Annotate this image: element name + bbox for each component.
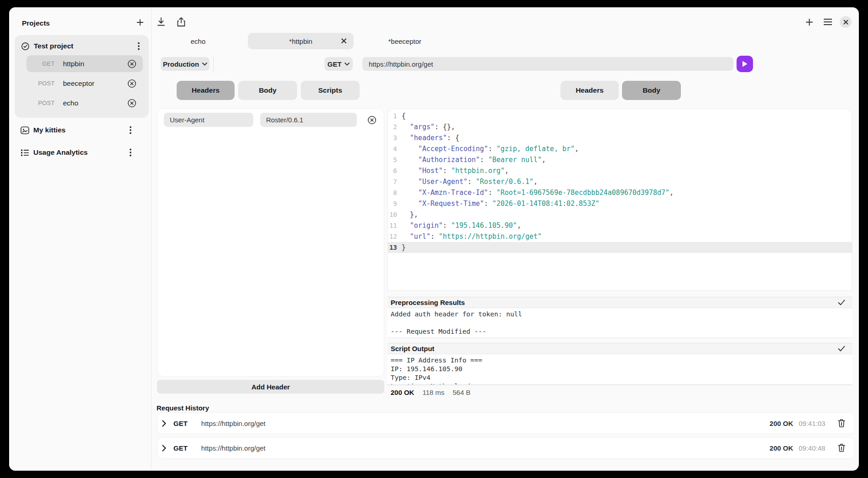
response-body-viewer[interactable]: 1{2 "args": {},3 "headers": {4 "Accept-E… [387,109,852,291]
line-number: 3 [388,134,402,142]
kitties-menu-button[interactable] [126,125,135,135]
code-line-3: 3 "headers": { [388,132,852,143]
line-number: 6 [388,167,402,174]
code-line-9: 9 "X-Request-Time": "2026-01-14T08:41:02… [388,198,852,209]
code-text: { [402,112,406,120]
code-text: "url": "https://httpbin.org/get" [402,232,542,241]
remove-header-button[interactable] [367,116,376,125]
section-title: Preprocessing Results [391,299,465,306]
menu-button[interactable] [822,16,834,28]
close-tab-button[interactable] [341,38,347,44]
tab-response-headers[interactable]: Headers [560,81,619,100]
history-status: 200 OK [769,420,793,427]
header-key-value: User-Agent [170,116,204,124]
history-row[interactable]: GET https://httpbin.org/get 200 OK 09:41… [157,412,855,434]
tab-label: Scripts [318,86,342,95]
code-line-12: 12 "url": "https://httpbin.org/get" [388,231,852,242]
add-header-button[interactable]: Add Header [157,380,384,394]
chevron-right-icon[interactable] [162,420,169,427]
add-header-label: Add Header [251,383,290,391]
sidebar-item-my-kitties[interactable]: My kitties [15,123,146,137]
method-value: GET [328,60,342,68]
line-number: 11 [388,222,402,229]
tab-echo[interactable]: echo [175,33,221,49]
line-number: 13 [388,244,402,251]
output-line: IP: 195.146.105.90 [391,365,852,373]
request-name: echo [63,99,78,107]
history-method: GET [173,420,188,427]
delete-history-button[interactable] [838,419,845,427]
url-input[interactable]: https://httpbin.org/get [362,57,733,71]
plus-icon [136,18,144,26]
remove-request-button[interactable] [127,99,136,108]
chevron-down-icon [345,63,350,66]
send-request-button[interactable] [737,56,753,72]
method-dropdown[interactable]: GET [324,57,353,71]
header-value-input[interactable]: Roster/0.6.1 [260,113,357,127]
history-time: 09:41:03 [799,420,827,427]
line-number: 10 [388,211,402,218]
share-button[interactable] [175,16,187,28]
history-method: GET [173,444,188,452]
sidebar-item-label: My kitties [33,126,66,134]
project-group: Test project GET httpbin POS [15,35,149,118]
download-button[interactable] [155,16,167,28]
project-menu-button[interactable] [135,41,143,51]
output-line [391,319,852,327]
trash-icon [838,444,845,452]
add-project-button[interactable] [134,16,146,28]
line-number: 7 [388,178,402,185]
download-icon [157,17,166,27]
code-text: "origin": "195.146.105.90", [402,221,521,230]
tab-request-scripts[interactable]: Scripts [301,81,360,100]
chevron-right-icon[interactable] [162,445,169,452]
history-url: https://httpbin.org/get [201,444,266,452]
remove-request-button[interactable] [127,59,136,68]
remove-request-button[interactable] [127,79,136,88]
status-time: 118 ms [423,389,444,396]
tab-httpbin-active[interactable]: *httpbin [248,33,354,49]
sidebar-item-beeceptor[interactable]: POST beeceptor [26,75,143,92]
line-number: 12 [388,233,402,240]
code-text: "Host": "httpbin.org", [402,167,509,175]
share-icon [177,17,186,27]
analytics-menu-button[interactable] [126,147,135,158]
code-line-7: 7 "User-Agent": "Roster/0.6.1", [388,176,852,187]
tab-request-body[interactable]: Body [238,81,297,100]
close-window-button[interactable] [840,16,852,28]
close-icon [341,38,347,44]
plus-icon [805,18,814,26]
tab-label: Headers [575,86,603,95]
sidebar-item-echo[interactable]: POST echo [26,95,143,111]
tab-request-headers[interactable]: Headers [177,81,235,100]
sidebar-title: Projects [22,19,50,27]
tab-label: Headers [192,86,220,95]
play-icon [742,60,748,68]
sidebar-item-usage-analytics[interactable]: Usage Analytics [15,146,146,159]
response-status-bar: 200 OK 118 ms 564 B [387,385,852,399]
history-row[interactable]: GET https://httpbin.org/get 200 OK 09:40… [157,437,855,459]
tab-beeceptor[interactable]: *beeceptor [382,33,428,49]
code-text: "args": {}, [402,123,455,131]
x-circle-icon [127,99,136,108]
sidebar-item-httpbin[interactable]: GET httpbin [26,55,143,72]
history-url: https://httpbin.org/get [201,420,266,427]
header-key-input[interactable]: User-Agent [164,113,253,127]
request-method-label: POST [26,100,55,106]
x-circle-icon [127,79,136,88]
header-row: User-Agent Roster/0.6.1 [164,113,377,127]
url-value: https://httpbin.org/get [369,60,433,68]
close-icon [843,20,848,25]
x-circle-icon [127,59,136,68]
tab-label: echo [191,37,206,45]
new-tab-button[interactable] [803,16,815,28]
project-header[interactable]: Test project [21,40,143,53]
tab-response-body[interactable]: Body [622,81,681,100]
output-line: Type: IPv4 [391,373,852,382]
preprocessing-results-header: Preprocessing Results [387,297,852,308]
status-code: 200 OK [391,389,414,396]
code-line-4: 4 "Accept-Encoding": "gzip, deflate, br"… [388,143,852,154]
delete-history-button[interactable] [838,444,845,452]
line-number: 1 [388,112,402,120]
environment-dropdown[interactable]: Production [161,57,209,71]
